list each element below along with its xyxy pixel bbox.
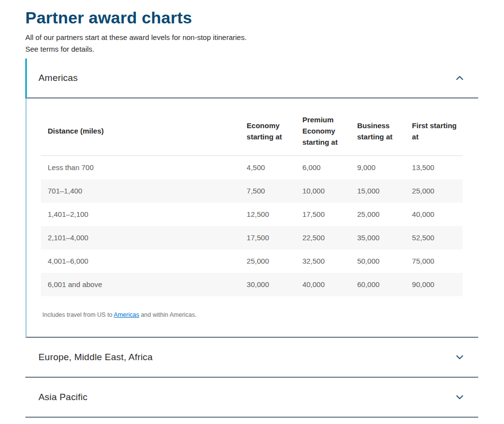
col-header-first: First starting at xyxy=(412,114,463,156)
accordion-section-emea: Europe, Middle East, Africa xyxy=(25,338,478,378)
cell-economy: 25,000 xyxy=(247,250,302,273)
cell-economy: 4,500 xyxy=(247,156,302,179)
cell-premium-economy: 22,500 xyxy=(302,226,357,250)
accordion-section-asia-pacific: Asia Pacific xyxy=(25,378,478,418)
footnote-text-prefix: Includes travel from US to xyxy=(42,311,114,318)
cell-first: 25,000 xyxy=(412,179,463,203)
award-charts-accordion: Americas Distance (miles) Economy st xyxy=(25,58,478,418)
table-row: 2,101–4,000 17,500 22,500 35,000 52,500 xyxy=(41,226,463,250)
cell-premium-economy: 10,000 xyxy=(302,179,357,203)
accordion-label-americas: Americas xyxy=(38,73,78,83)
accordion-header-emea[interactable]: Europe, Middle East, Africa xyxy=(25,338,478,378)
partner-award-charts-page: Partner award charts All of our partners… xyxy=(0,0,504,424)
cell-distance: 4,001–6,000 xyxy=(41,250,247,273)
cell-first: 75,000 xyxy=(412,250,463,273)
chevron-up-icon xyxy=(456,75,464,81)
chevron-down-icon xyxy=(456,394,464,400)
americas-link[interactable]: Americas xyxy=(114,311,139,318)
col-header-business: Business starting at xyxy=(357,114,412,156)
footnote-text-suffix: and within Americas. xyxy=(139,311,197,318)
cell-distance: 6,001 and above xyxy=(41,273,247,296)
page-subtitle: All of our partners start at these award… xyxy=(25,32,478,55)
cell-distance: 1,401–2,100 xyxy=(41,203,247,226)
col-header-distance: Distance (miles) xyxy=(41,114,247,156)
cell-premium-economy: 17,500 xyxy=(302,203,357,226)
americas-panel: Distance (miles) Economy starting at Pre… xyxy=(25,98,478,338)
cell-first: 90,000 xyxy=(412,273,463,296)
cell-business: 50,000 xyxy=(357,250,412,273)
cell-business: 60,000 xyxy=(357,273,412,296)
table-header-row: Distance (miles) Economy starting at Pre… xyxy=(41,114,463,156)
cell-first: 13,500 xyxy=(412,156,463,179)
americas-footnote: Includes travel from US to Americas and … xyxy=(41,311,463,319)
americas-award-table: Distance (miles) Economy starting at Pre… xyxy=(41,114,463,296)
table-row: 6,001 and above 30,000 40,000 60,000 90,… xyxy=(41,273,463,296)
cell-distance: 2,101–4,000 xyxy=(41,226,247,250)
cell-business: 9,000 xyxy=(357,156,412,179)
accordion-header-americas[interactable]: Americas xyxy=(25,58,478,98)
accordion-label-asia-pacific: Asia Pacific xyxy=(38,392,88,403)
accordion-section-americas: Americas Distance (miles) Economy st xyxy=(25,58,478,338)
cell-distance: Less than 700 xyxy=(41,156,247,179)
accordion-label-emea: Europe, Middle East, Africa xyxy=(38,352,153,363)
cell-first: 52,500 xyxy=(412,226,463,250)
cell-distance: 701–1,400 xyxy=(41,179,247,203)
cell-first: 40,000 xyxy=(412,203,463,226)
col-header-economy: Economy starting at xyxy=(247,114,302,156)
cell-premium-economy: 32,500 xyxy=(302,250,357,273)
subtitle-line-1: All of our partners start at these award… xyxy=(25,32,478,43)
cell-economy: 30,000 xyxy=(247,273,302,296)
cell-premium-economy: 6,000 xyxy=(302,156,357,179)
accordion-header-asia-pacific[interactable]: Asia Pacific xyxy=(25,378,478,418)
cell-business: 25,000 xyxy=(357,203,412,226)
table-row: 701–1,400 7,500 10,000 15,000 25,000 xyxy=(41,179,463,203)
subtitle-line-2: See terms for details. xyxy=(25,43,478,55)
col-header-premium-economy: Premium Economy starting at xyxy=(302,114,357,156)
cell-business: 15,000 xyxy=(357,179,412,203)
page-title: Partner award charts xyxy=(25,8,478,27)
chevron-down-icon xyxy=(456,354,464,360)
cell-premium-economy: 40,000 xyxy=(302,273,357,296)
table-row: Less than 700 4,500 6,000 9,000 13,500 xyxy=(41,156,463,179)
cell-business: 35,000 xyxy=(357,226,412,250)
table-row: 1,401–2,100 12,500 17,500 25,000 40,000 xyxy=(41,203,463,226)
table-row: 4,001–6,000 25,000 32,500 50,000 75,000 xyxy=(41,250,463,273)
cell-economy: 7,500 xyxy=(247,179,302,203)
cell-economy: 12,500 xyxy=(247,203,302,226)
cell-economy: 17,500 xyxy=(247,226,302,250)
